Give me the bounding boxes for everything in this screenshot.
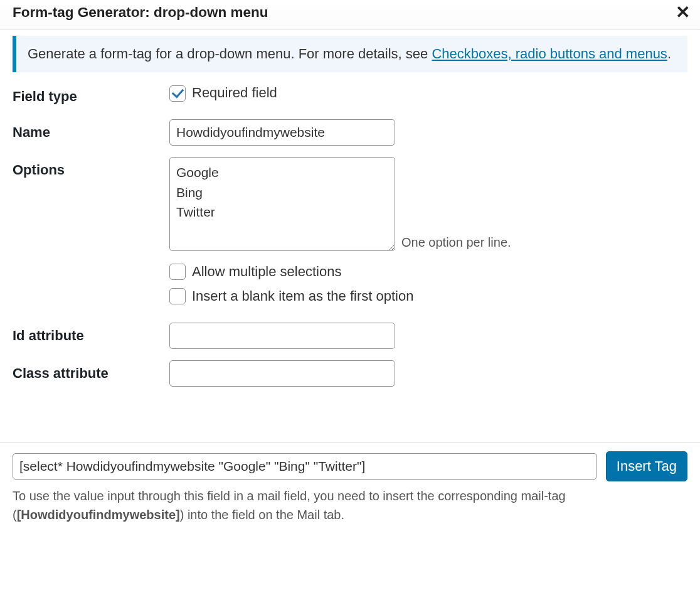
blank-first-label: Insert a blank item as the first option (192, 287, 413, 306)
required-checkbox-label: Required field (192, 83, 277, 103)
info-link[interactable]: Checkboxes, radio buttons and menus (432, 46, 667, 62)
name-input[interactable] (169, 119, 395, 146)
label-field-type: Field type (13, 83, 169, 107)
id-attr-input[interactable] (169, 323, 395, 349)
label-name: Name (13, 119, 169, 142)
row-class-attr: Class attribute (13, 360, 687, 387)
tag-output[interactable] (13, 453, 597, 480)
blank-first-checkbox[interactable] (169, 288, 186, 304)
label-options: Options (13, 157, 169, 180)
footer-note-tag: [Howdidyoufindmywebsite] (17, 508, 180, 522)
close-icon[interactable]: ✕ (674, 4, 691, 21)
options-hint: One option per line. (401, 233, 511, 251)
row-options: Options One option per line. Allow multi… (13, 157, 687, 311)
info-text: Generate a form-tag for a drop-down menu… (28, 46, 432, 62)
form-body: Field type Required field Name Options O… (0, 83, 700, 441)
footer-note-after: ) into the field on the Mail tab. (180, 508, 344, 522)
allow-multiple-checkbox[interactable] (169, 264, 186, 280)
allow-multiple-label: Allow multiple selections (192, 262, 341, 282)
dialog-footer: Insert Tag To use the value input throug… (0, 442, 700, 534)
row-name: Name (13, 119, 687, 146)
label-class-attr: Class attribute (13, 360, 169, 384)
class-attr-input[interactable] (169, 360, 395, 387)
dialog-header: Form-tag Generator: drop-down menu ✕ (0, 0, 700, 30)
options-textarea[interactable] (169, 157, 395, 251)
dialog-title: Form-tag Generator: drop-down menu (13, 3, 268, 23)
info-text-after: . (667, 46, 671, 62)
insert-tag-button[interactable]: Insert Tag (606, 451, 687, 481)
label-id-attr: Id attribute (13, 323, 169, 346)
row-id-attr: Id attribute (13, 323, 687, 349)
required-checkbox[interactable] (169, 85, 186, 102)
footer-note: To use the value input through this fiel… (13, 486, 687, 524)
info-box: Generate a form-tag for a drop-down menu… (13, 36, 687, 73)
row-field-type: Field type Required field (13, 83, 687, 108)
